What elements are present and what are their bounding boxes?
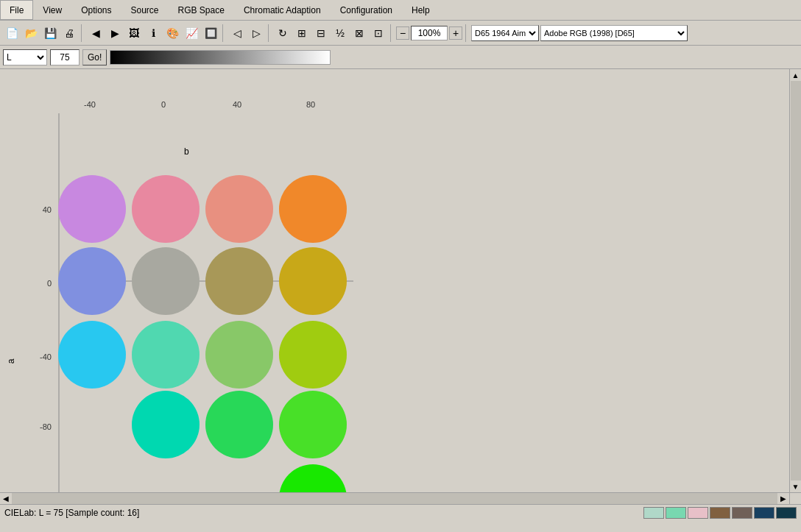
scroll-track-h [12,493,777,505]
circle-11 [205,321,273,389]
menu-view-label: View [43,5,62,15]
toolbar-open-btn[interactable]: 📂 [22,24,40,42]
toolbar-arrow-left-btn[interactable]: ◁ [228,24,246,42]
l-value-input[interactable] [50,49,80,65]
zoom-minus-btn[interactable]: − [396,26,409,40]
toolbar-split-btn[interactable]: ⊡ [370,24,387,42]
a-tick--40: -40 [40,352,52,361]
toolbar-tone-btn[interactable]: 🔲 [202,24,219,42]
toolbar-arrow-right-btn[interactable]: ▷ [247,24,265,42]
toolbar-back-btn[interactable]: ◀ [87,24,105,42]
circle-15 [279,391,347,458]
menu-help[interactable]: Help [402,0,440,20]
main-area: b a -40 0 40 80 40 0 -40 -80 -120 [0,69,801,492]
zoom-plus-btn[interactable]: + [449,26,462,40]
toolbar-sep-5 [465,24,468,42]
swatch-5 [732,507,752,519]
menu-options-label: Options [81,5,111,15]
toolbar-half-btn[interactable]: ½ [331,24,349,42]
b-tick-0: 0 [161,100,166,109]
circle-3 [205,175,273,243]
scroll-track-v [791,81,801,480]
swatch-7 [776,507,797,519]
menu-configuration[interactable]: Configuration [331,0,402,20]
cielab-plot: -40 0 40 80 40 0 -40 -80 -120 [22,91,405,492]
toolbar-fit-btn[interactable]: ⊟ [312,24,330,42]
scroll-corner [789,493,801,505]
menu-chromatic-adaption[interactable]: Chromatic Adaption [234,0,331,20]
toolbar-save-btn[interactable]: 💾 [41,24,59,42]
menu-options[interactable]: Options [71,0,121,20]
profile-select[interactable]: Adobe RGB (1998) [D65] [540,25,688,41]
b-tick--40: -40 [84,100,96,109]
a-axis-label: a [6,359,16,364]
circle-12 [279,321,347,389]
toolbar-refresh-btn[interactable]: ↻ [274,24,292,42]
menu-help-label: Help [412,5,430,15]
status-bar: CIELab: L = 75 [Sample count: 16] [0,504,801,520]
circle-5 [58,247,126,315]
toolbar-new-btn[interactable]: 📄 [3,24,21,42]
menu-source[interactable]: Source [121,0,169,20]
scroll-down-btn[interactable]: ▼ [790,480,802,492]
menu-rgb-space-label: RGB Space [178,5,225,15]
toolbar-forward-btn[interactable]: ▶ [106,24,124,42]
toolbar-view-btn[interactable]: 🖼 [125,24,143,42]
lbar-row: L Go! [0,46,801,69]
menu-configuration-label: Configuration [340,5,392,15]
circle-9 [58,321,126,389]
circle-4 [279,175,347,243]
zoom-control: − 100% + [396,26,462,40]
toolbar-resize-btn[interactable]: ⊞ [293,24,311,42]
swatch-container [643,507,797,519]
swatch-2 [666,507,686,519]
circle-16 [279,464,347,492]
circle-6 [132,247,200,315]
swatch-6 [754,507,774,519]
a-tick-40: 40 [43,205,52,214]
toolbar-curve-btn[interactable]: 📈 [183,24,200,42]
circle-7 [205,247,273,315]
circle-1 [58,175,126,243]
scroll-right-btn[interactable]: ▶ [777,493,789,505]
status-text: CIELab: L = 75 [Sample count: 16] [4,508,641,518]
menu-chromatic-adaption-label: Chromatic Adaption [244,5,321,15]
toolbar-print-btn[interactable]: 🖨 [60,24,78,42]
toolbar-sep-3 [268,24,271,42]
swatch-4 [710,507,730,519]
scroll-up-btn[interactable]: ▲ [790,69,802,81]
menu-file-label: File [10,5,24,15]
toolbar-sep-4 [390,24,393,42]
scrollbar-right: ▲ ▼ [789,69,801,492]
menu-source-label: Source [131,5,159,15]
menu-rgb-space[interactable]: RGB Space [169,0,234,20]
illuminant-select[interactable]: D65 1964 Aim [471,25,539,41]
scrollbar-horizontal: ◀ ▶ [0,492,801,504]
menu-view[interactable]: View [33,0,71,20]
swatch-3 [688,507,708,519]
channel-select[interactable]: L [3,49,47,65]
b-tick-40: 40 [233,100,241,109]
menu-bar: File View Options Source RGB Space Chrom… [0,0,801,21]
toolbar-info-btn[interactable]: ℹ [144,24,162,42]
toolbar-expand-btn[interactable]: ⊠ [350,24,368,42]
a-tick--80: -80 [40,422,52,431]
plot-container: b a -40 0 40 80 40 0 -40 -80 -120 [0,69,801,492]
scroll-left-btn[interactable]: ◀ [0,493,12,505]
toolbar-sep-1 [81,24,84,42]
gradient-bar [110,50,331,65]
toolbar-color-btn[interactable]: 🎨 [163,24,181,42]
a-tick-0: 0 [47,279,52,288]
circle-10 [132,321,200,389]
circle-13 [132,391,200,458]
circle-14 [205,391,273,458]
zoom-display: 100% [411,26,448,40]
b-tick-80: 80 [306,100,315,109]
swatch-1 [643,507,664,519]
circle-8 [279,247,347,315]
go-button[interactable]: Go! [82,49,107,65]
circle-2 [132,175,200,243]
toolbar: 📄 📂 💾 🖨 ◀ ▶ 🖼 ℹ 🎨 📈 🔲 ◁ ▷ ↻ ⊞ ⊟ ½ ⊠ ⊡ − … [0,21,801,46]
menu-file[interactable]: File [0,0,33,20]
toolbar-sep-2 [222,24,225,42]
